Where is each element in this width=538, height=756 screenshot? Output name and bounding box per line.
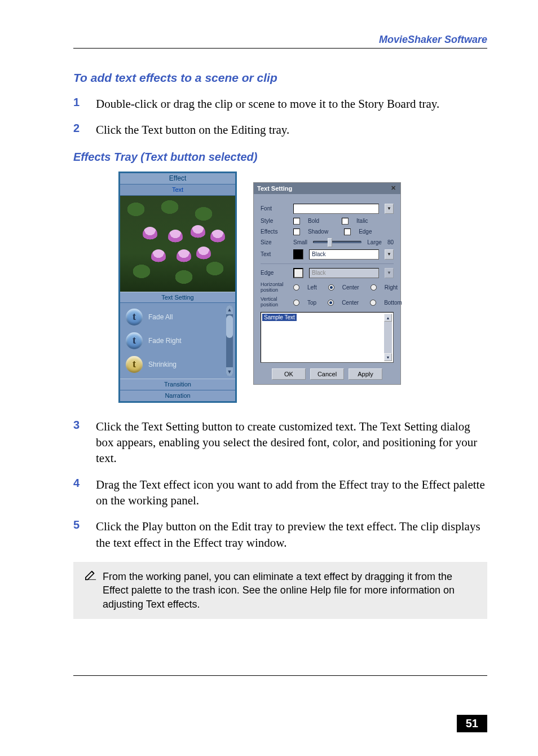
step-number: 2 (73, 122, 81, 138)
italic-label: Italic (356, 218, 368, 224)
effect-scrollbar[interactable]: ▲ ▼ (226, 305, 233, 376)
top-label: Top (307, 300, 316, 306)
size-label: Size (261, 239, 288, 245)
note-text: From the working panel, you can eliminat… (103, 570, 478, 611)
effects-label: Effects (261, 228, 288, 235)
close-icon[interactable]: ✕ (389, 184, 397, 192)
text-setting-dialog: Text Setting ✕ Font ▼ Style Bold Italic (254, 183, 400, 385)
dropdown-icon: ▼ (385, 268, 394, 278)
effects-tray-panel: Effect Text Text Setting (118, 172, 237, 403)
vpos-center-radio[interactable] (328, 300, 334, 306)
scroll-down-icon[interactable]: ▼ (226, 367, 233, 376)
effect-tab[interactable]: Effect (120, 173, 235, 184)
scroll-thumb[interactable] (226, 315, 233, 338)
step-number: 4 (73, 477, 81, 509)
effect-item[interactable]: t Shrinking (122, 353, 223, 376)
text-effect-icon: t (126, 332, 143, 349)
text-setting-button[interactable]: Text Setting (120, 292, 235, 303)
step-number: 5 (73, 518, 81, 551)
font-select[interactable] (293, 204, 379, 214)
pencil-note-icon (85, 570, 97, 584)
divider (261, 263, 394, 264)
hpos-center-radio[interactable] (328, 284, 334, 291)
effect-item[interactable]: t Fade All (122, 305, 223, 329)
vpos-bottom-radio[interactable] (370, 300, 376, 306)
text-color-select[interactable]: Black (309, 249, 379, 260)
edge-color-name: Black (312, 270, 325, 276)
step-text: Click the Text button on the Editing tra… (96, 122, 289, 138)
page-header: MovieShaker Software (73, 34, 487, 46)
transition-tab[interactable]: Transition (120, 379, 235, 390)
large-label: Large (367, 239, 382, 245)
edge-color-swatch[interactable] (293, 268, 303, 278)
step-text: Double-click or drag the clip or scene t… (96, 96, 439, 112)
bold-checkbox[interactable] (293, 218, 300, 225)
figure-area: Effect Text Text Setting (73, 172, 487, 403)
italic-checkbox[interactable] (342, 218, 349, 225)
effect-item[interactable]: t Fade Right (122, 329, 223, 353)
section-heading: To add text effects to a scene or clip (73, 71, 487, 85)
bold-label: Bold (308, 218, 319, 224)
dialog-titlebar[interactable]: Text Setting ✕ (254, 183, 400, 194)
hpos-right-radio[interactable] (371, 284, 377, 291)
dropdown-icon[interactable]: ▼ (385, 249, 394, 260)
text-effect-icon: t (126, 356, 143, 373)
text-tab[interactable]: Text (120, 184, 235, 196)
step-number: 1 (73, 96, 81, 112)
text-color-name: Black (312, 251, 325, 257)
scroll-up-icon[interactable]: ▲ (384, 314, 392, 322)
scroll-up-icon[interactable]: ▲ (226, 305, 233, 314)
bottom-rule (73, 675, 487, 676)
sample-text: Sample Text (262, 314, 297, 321)
hpos-left-radio[interactable] (293, 284, 299, 291)
dropdown-icon[interactable]: ▼ (385, 204, 394, 214)
text-effect-icon: t (126, 309, 143, 326)
cancel-button[interactable]: Cancel (310, 368, 344, 380)
narration-tab[interactable]: Narration (120, 390, 235, 401)
preview-window (120, 196, 235, 292)
edge-color-label: Edge (261, 270, 288, 276)
size-value: 80 (387, 239, 394, 245)
slider-thumb[interactable] (328, 238, 332, 247)
size-slider[interactable] (313, 241, 361, 243)
step-number: 3 (73, 419, 81, 467)
left-label: Left (307, 284, 317, 291)
font-label: Font (261, 205, 288, 212)
page-number: 51 (457, 715, 487, 732)
shadow-checkbox[interactable] (293, 228, 300, 235)
style-label: Style (261, 218, 288, 224)
small-label: Small (293, 239, 307, 245)
vcenter-label: Center (342, 300, 359, 306)
step-text: Click the Text Setting button to create … (96, 419, 487, 467)
note-block: From the working panel, you can eliminat… (73, 562, 487, 619)
step-text: Click the Play button on the Edit tray t… (96, 518, 487, 551)
effect-label: Shrinking (148, 361, 177, 368)
edge-checkbox[interactable] (344, 228, 351, 235)
ok-button[interactable]: OK (272, 368, 306, 380)
step-text: Drag the Text effect icon you want to ad… (96, 477, 487, 509)
effect-label: Fade All (148, 313, 173, 321)
dialog-title: Text Setting (257, 185, 292, 192)
scroll-down-icon[interactable]: ▼ (384, 353, 392, 361)
center-label: Center (342, 284, 359, 291)
shadow-label: Shadow (308, 228, 328, 235)
vpos-top-radio[interactable] (293, 300, 299, 306)
top-rule (73, 48, 487, 49)
hpos-label: Horizontal position (261, 282, 288, 293)
right-label: Right (385, 284, 398, 291)
sample-text-area[interactable]: Sample Text ▲ ▼ (261, 312, 394, 363)
textarea-scrollbar[interactable]: ▲ ▼ (384, 314, 392, 361)
apply-button[interactable]: Apply (349, 368, 382, 380)
edge-label: Edge (359, 228, 372, 235)
bottom-label: Bottom (384, 300, 402, 306)
edge-color-select: Black (309, 268, 379, 278)
text-color-label: Text (261, 251, 288, 257)
text-color-swatch[interactable] (293, 249, 303, 260)
effect-label: Fade Right (148, 337, 182, 345)
vpos-label: Vertical position (261, 297, 288, 308)
figure-caption: Effects Tray (Text button selected) (73, 151, 487, 164)
